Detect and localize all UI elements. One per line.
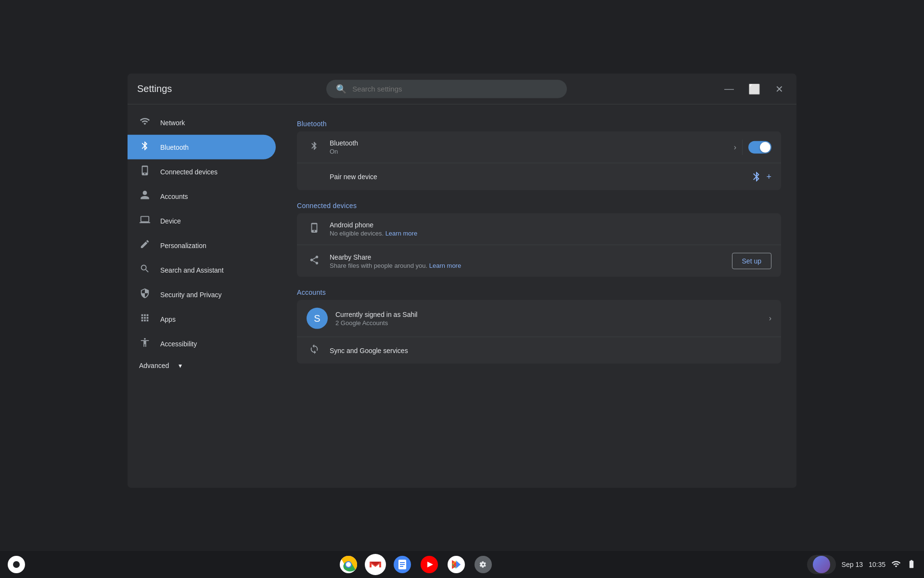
sidebar-item-apps[interactable]: Apps [128, 307, 276, 331]
sync-row-text: Sync and Google services [330, 346, 771, 354]
sidebar-label-security-privacy: Security and Privacy [160, 290, 222, 298]
gmail-app[interactable] [365, 554, 386, 575]
shield-icon [139, 288, 151, 301]
sidebar-item-accessibility[interactable]: Accessibility [128, 331, 276, 356]
sidebar-item-security-privacy[interactable]: Security and Privacy [128, 282, 276, 307]
user-account-text: Currently signed in as Sahil 2 Google Ac… [335, 310, 761, 326]
sidebar-item-connected-devices[interactable]: Connected devices [128, 159, 276, 184]
settings-app[interactable] [473, 554, 494, 575]
sidebar-item-device[interactable]: Device [128, 209, 276, 233]
sync-row-title: Sync and Google services [330, 346, 771, 354]
pair-new-device-title: Pair new device [330, 173, 743, 181]
svg-rect-7 [400, 564, 405, 565]
accessibility-icon [139, 337, 151, 350]
nearby-share-icon [307, 254, 322, 267]
sidebar: Network Bluetooth Connected devices [128, 105, 282, 488]
bluetooth-row-text: Bluetooth On [330, 139, 726, 155]
android-phone-text: Android phone No eligible devices. Learn… [330, 221, 771, 237]
search-sidebar-icon [139, 263, 151, 276]
nearby-share-action: Set up [732, 253, 771, 269]
bluetooth-toggle-row[interactable]: Bluetooth On › [297, 131, 781, 163]
close-button[interactable]: ✕ [771, 81, 787, 96]
content-area: Network Bluetooth Connected devices [128, 105, 796, 488]
nearby-share-subtitle: Share files with people around you. Lear… [330, 262, 724, 269]
nearby-share-row[interactable]: Nearby Share Share files with people aro… [297, 245, 781, 277]
user-chevron-right-icon: › [769, 314, 771, 323]
device-icon [139, 165, 151, 178]
search-icon: 🔍 [336, 83, 346, 94]
nearby-learn-more-link[interactable]: Learn more [429, 262, 461, 269]
toggle-thumb [760, 142, 770, 152]
taskbar-right: Sep 13 10:35 [807, 555, 916, 574]
android-phone-icon [307, 223, 322, 236]
bluetooth-toggle[interactable] [748, 141, 771, 153]
main-content: Bluetooth Bluetooth On › [282, 105, 796, 488]
sidebar-advanced-label: Advanced [139, 362, 169, 369]
window-header: Settings 🔍 — ⬜ ✕ [128, 74, 796, 105]
accounts-section-heading: Accounts [297, 289, 781, 296]
play-store-app[interactable] [446, 554, 467, 575]
sync-icon [307, 344, 322, 357]
sidebar-item-search-assistant[interactable]: Search and Assistant [128, 258, 276, 282]
accounts-card: S Currently signed in as Sahil 2 Google … [297, 300, 781, 364]
user-account-title: Currently signed in as Sahil [335, 310, 761, 318]
minimize-button[interactable]: — [721, 81, 737, 96]
connected-devices-section-heading: Connected devices [297, 202, 781, 210]
sidebar-item-accounts[interactable]: Accounts [128, 184, 276, 209]
svg-rect-8 [400, 566, 403, 567]
setup-button[interactable]: Set up [732, 253, 771, 269]
bluetooth-row-action: › [734, 139, 771, 155]
sidebar-label-apps: Apps [160, 315, 176, 323]
pair-new-device-action: + [751, 171, 771, 183]
user-account-action: › [769, 314, 771, 323]
launcher-dot-inner [13, 561, 20, 568]
window-controls: — ⬜ ✕ [721, 81, 787, 96]
sync-row[interactable]: Sync and Google services [297, 337, 781, 364]
user-avatar: S [307, 308, 328, 329]
profile-picture[interactable] [807, 555, 836, 574]
sidebar-label-search-assistant: Search and Assistant [160, 266, 224, 274]
bluetooth-section-heading: Bluetooth [297, 120, 781, 128]
window-title: Settings [137, 83, 172, 94]
svg-rect-6 [400, 562, 405, 563]
sidebar-item-network[interactable]: Network [128, 110, 276, 135]
search-bar[interactable]: 🔍 [326, 79, 567, 98]
pair-new-device-row[interactable]: Pair new device + [297, 163, 781, 190]
pair-new-device-text: Pair new device [330, 173, 743, 181]
chevron-down-icon: ▾ [179, 362, 182, 369]
nearby-share-text: Nearby Share Share files with people aro… [330, 253, 724, 269]
bluetooth-card: Bluetooth On › Pair new devi [297, 131, 781, 190]
launcher-button[interactable] [8, 556, 25, 573]
nearby-share-title: Nearby Share [330, 253, 724, 261]
wifi-icon [139, 116, 151, 129]
sidebar-label-accounts: Accounts [160, 192, 188, 200]
svg-point-2 [346, 562, 351, 567]
sidebar-item-bluetooth[interactable]: Bluetooth [128, 135, 276, 159]
sidebar-item-personalization[interactable]: Personalization [128, 233, 276, 258]
search-input[interactable] [352, 85, 557, 93]
docs-app[interactable] [392, 554, 413, 575]
sidebar-advanced[interactable]: Advanced ▾ [128, 356, 282, 375]
chevron-right-icon: › [734, 143, 736, 151]
android-phone-title: Android phone [330, 221, 771, 229]
sidebar-label-personalization: Personalization [160, 241, 206, 249]
sidebar-label-bluetooth: Bluetooth [160, 143, 189, 151]
youtube-app[interactable] [419, 554, 440, 575]
settings-window: Settings 🔍 — ⬜ ✕ Network [128, 74, 796, 488]
taskbar-left [8, 556, 25, 573]
user-account-row[interactable]: S Currently signed in as Sahil 2 Google … [297, 300, 781, 337]
taskbar-time: 10:35 [869, 561, 886, 568]
connected-devices-card: Android phone No eligible devices. Learn… [297, 213, 781, 277]
sidebar-label-accessibility: Accessibility [160, 340, 197, 347]
bluetooth-icon [139, 141, 151, 154]
maximize-button[interactable]: ⬜ [746, 81, 762, 96]
android-learn-more-link[interactable]: Learn more [385, 230, 417, 237]
android-phone-row[interactable]: Android phone No eligible devices. Learn… [297, 213, 781, 245]
chrome-app[interactable] [338, 554, 359, 575]
bluetooth-row-icon [307, 141, 322, 153]
sidebar-label-connected-devices: Connected devices [160, 168, 218, 175]
wifi-status-icon [891, 559, 901, 570]
sidebar-label-network: Network [160, 118, 185, 126]
user-account-subtitle: 2 Google Accounts [335, 319, 761, 326]
taskbar-date: Sep 13 [842, 561, 863, 568]
